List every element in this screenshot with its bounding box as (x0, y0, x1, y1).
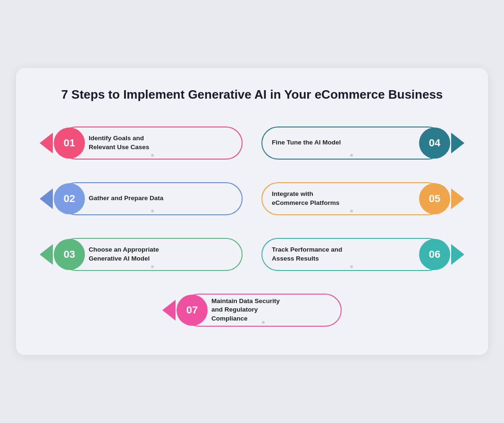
step-04-number: 04 (419, 127, 450, 159)
step-02: Gather and Prepare Data 02 (40, 178, 243, 220)
step-05-text: Integrate with eCommerce Platforms (272, 190, 347, 208)
step-04: Fine Tune the AI Model 04 (261, 122, 464, 164)
step-01-text: Identify Goals and Relevant Use Cases (89, 134, 164, 152)
main-card: 7 Steps to Implement Generative AI in Yo… (16, 68, 488, 355)
step-06-text: Track Performance and Assess Results (272, 245, 347, 263)
step-06: Track Performance and Assess Results 06 (261, 233, 464, 276)
step-05-number: 05 (419, 183, 450, 214)
step-01-number: 01 (54, 127, 85, 159)
steps-grid: Identify Goals and Relevant Use Cases 01… (40, 122, 464, 331)
step-06-number: 06 (419, 239, 450, 270)
step-05: Integrate with eCommerce Platforms 05 (261, 178, 464, 220)
step-02-number: 02 (54, 183, 85, 214)
page-title: 7 Steps to Implement Generative AI in Yo… (40, 87, 464, 103)
step-01: Identify Goals and Relevant Use Cases 01 (40, 122, 243, 164)
step-02-text: Gather and Prepare Data (89, 194, 163, 203)
step-07-text: Maintain Data Security and Regulatory Co… (211, 297, 287, 324)
step-04-text: Fine Tune the AI Model (272, 138, 341, 147)
step-07-number: 07 (176, 295, 208, 326)
step-03-text: Choose an Appropriate Generative AI Mode… (89, 245, 164, 263)
step-03: Choose an Appropriate Generative AI Mode… (40, 233, 243, 276)
step-07: Maintain Data Security and Regulatory Co… (162, 289, 342, 331)
step-07-wrapper: Maintain Data Security and Regulatory Co… (40, 289, 464, 331)
step-03-number: 03 (54, 239, 85, 270)
